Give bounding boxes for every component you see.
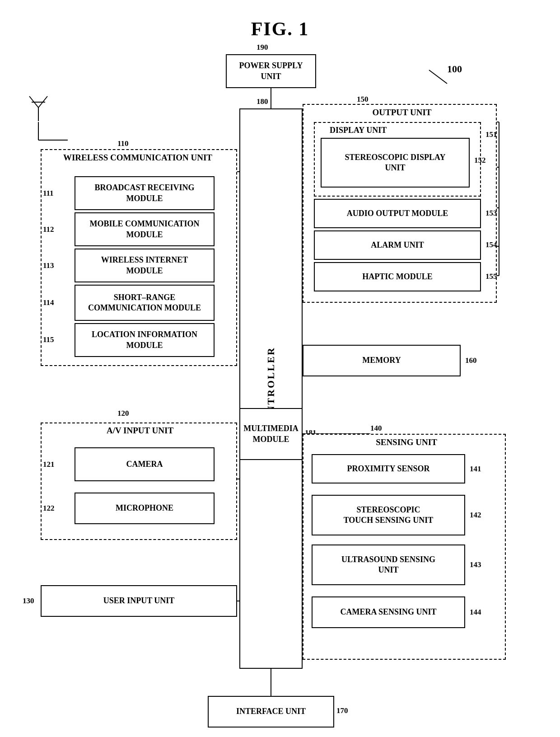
stereo-display-box: STEREOSCOPIC DISPLAYUNIT [321, 138, 470, 188]
ref-142: 142 [470, 511, 481, 520]
ref-111: 111 [43, 189, 54, 198]
ref-143: 143 [470, 560, 481, 569]
ref-153: 153 [485, 209, 497, 218]
ref-121: 121 [43, 460, 55, 469]
ref-154: 154 [485, 240, 497, 249]
ref-151: 151 [485, 130, 497, 139]
power-supply-box: POWER SUPPLYUNIT [226, 54, 316, 88]
ref-170: 170 [336, 706, 348, 715]
av-input-label: A/V INPUT UNIT [59, 426, 221, 436]
camera-box: CAMERA [75, 447, 215, 481]
proximity-sensor-box: PROXIMITY SENSOR [312, 454, 465, 484]
haptic-module-box: HAPTIC MODULE [314, 262, 481, 291]
audio-output-box: AUDIO OUTPUT MODULE [314, 199, 481, 228]
stereo-touch-box: STEREOSCOPICTOUCH SENSING UNIT [312, 495, 465, 535]
ref-112: 112 [43, 225, 54, 234]
ref-120: 120 [117, 409, 129, 418]
sensing-unit-label: SENSING UNIT [348, 437, 465, 448]
mobile-comm-box: MOBILE COMMUNICATIONMODULE [75, 212, 215, 246]
memory-box: MEMORY [303, 345, 461, 376]
location-info-box: LOCATION INFORMATIONMODULE [75, 323, 215, 357]
ref-115: 115 [43, 335, 54, 344]
ref-144: 144 [470, 608, 481, 617]
ref-122: 122 [43, 504, 55, 513]
ref-100: 100 [447, 63, 462, 75]
figure-title: FIG. 1 [0, 0, 560, 40]
diagram-page: FIG. 1 [0, 0, 560, 737]
output-unit-label: OUTPUT UNIT [348, 108, 456, 118]
ref-190: 190 [257, 43, 268, 52]
alarm-unit-box: ALARM UNIT [314, 230, 481, 260]
wireless-internet-box: WIRELESS INTERNETMODULE [75, 249, 215, 282]
short-range-box: SHORT–RANGECOMMUNICATION MODULE [75, 285, 215, 321]
ref-114: 114 [43, 298, 54, 307]
ref-150: 150 [357, 95, 369, 104]
microphone-box: MICROPHONE [75, 493, 215, 524]
ref-113: 113 [43, 261, 54, 270]
user-input-box: USER INPUT UNIT [41, 585, 237, 617]
ref-180: 180 [257, 97, 268, 106]
ref-140: 140 [370, 424, 382, 433]
ref-155: 155 [485, 272, 497, 281]
controller-box: CONTROLLER [239, 108, 303, 669]
ref-110: 110 [117, 139, 129, 148]
ref-152: 152 [474, 156, 486, 165]
antenna-icon [25, 94, 52, 123]
camera-sensing-box: CAMERA SENSING UNIT [312, 596, 465, 628]
ultrasound-box: ULTRASOUND SENSINGUNIT [312, 545, 465, 585]
interface-unit-box: INTERFACE UNIT [208, 696, 334, 728]
ref-130: 130 [23, 596, 34, 606]
display-unit-label: DISPLAY UNIT [330, 126, 387, 136]
broadcast-box: BROADCAST RECEIVINGMODULE [75, 176, 215, 210]
ref-141: 141 [470, 465, 481, 474]
wireless-comm-label: WIRELESS COMMUNICATION UNIT [47, 153, 228, 163]
ref-160: 160 [465, 356, 477, 365]
multimedia-box: MULTIMEDIAMODULE [239, 408, 303, 460]
svg-line-11 [429, 70, 447, 84]
